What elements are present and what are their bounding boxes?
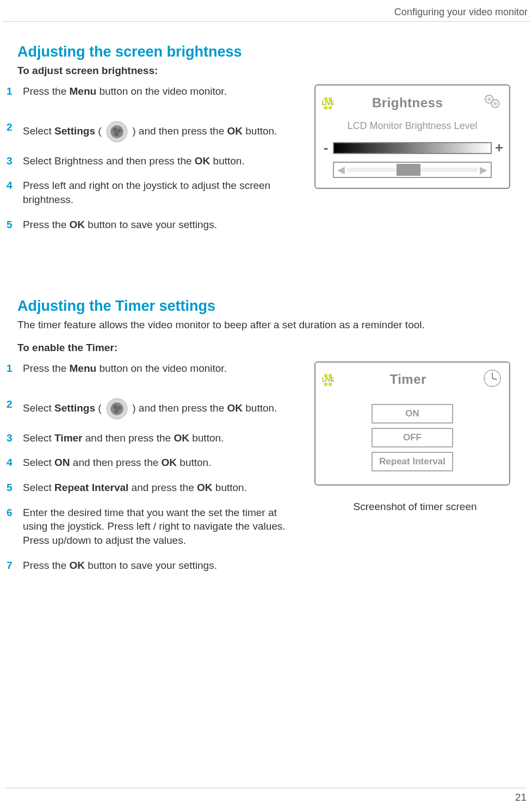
plus-icon: + (495, 139, 503, 156)
live-badge: LIVE (322, 374, 334, 385)
svg-point-2 (113, 128, 117, 132)
page-header: Configuring your video monitor (2, 0, 530, 22)
gear-icon (106, 397, 128, 420)
timer-step-2: Select Settings ( ) and then press the O… (7, 393, 304, 427)
page-number: 21 (515, 791, 527, 803)
timer-option-on: ON (372, 404, 453, 424)
timer-step-1: Press the Menu button on the video monit… (7, 357, 304, 382)
slider-thumb (397, 164, 420, 176)
timer-caption: Screenshot of timer screen (314, 501, 516, 513)
screenshot-title: Timer (389, 372, 426, 387)
arrow-left-icon: ◀ (337, 164, 345, 176)
svg-point-12 (117, 406, 121, 410)
brightness-step-2: Select Settings ( ) and then press the O… (7, 116, 304, 150)
gear-icon (106, 120, 128, 143)
arrow-right-icon: ▶ (480, 164, 487, 176)
timer-step-5: Select Repeat Interval and press the OK … (7, 476, 304, 501)
svg-point-1 (110, 125, 123, 138)
clock-icon (482, 368, 503, 391)
svg-point-4 (114, 132, 119, 136)
svg-point-13 (114, 409, 119, 413)
brightness-step-5: Press the OK button to save your setting… (7, 213, 304, 238)
live-badge: LIVE (322, 97, 334, 109)
brightness-step-3: Select Brightness and then press the OK … (7, 150, 304, 175)
minus-icon: - (322, 139, 330, 156)
svg-point-7 (487, 97, 491, 101)
brightness-subtitle: To adjust screen brightness: (17, 65, 516, 77)
brightness-step-4: Press left and right on the joystick to … (7, 174, 304, 213)
screenshot-subtitle: LCD Monitor Brightness Level (322, 120, 503, 132)
timer-step-3: Select Timer and then press the OK butto… (7, 427, 304, 452)
timer-subtitle: To enable the Timer: (17, 342, 516, 354)
timer-intro: The timer feature allows the video monit… (17, 319, 516, 331)
section-timer-title: Adjusting the Timer settings (17, 298, 516, 315)
screenshot-title: Brightness (372, 95, 443, 111)
section-brightness-title: Adjusting the screen brightness (17, 44, 516, 60)
svg-point-11 (113, 405, 117, 409)
timer-step-7: Press the OK button to save your setting… (7, 554, 304, 579)
timer-steps: Press the Menu button on the video monit… (7, 357, 304, 579)
brightness-steps: Press the Menu button on the video monit… (7, 80, 304, 238)
brightness-slider: ◀ ▶ (322, 162, 503, 178)
brightness-screenshot: LIVE Brightness LCD Monitor Brightness L… (314, 84, 510, 189)
brightness-gradient-bar: - + (322, 139, 503, 156)
timer-option-repeat: Repeat Interval (372, 452, 453, 471)
brightness-step-1: Press the Menu button on the video monit… (7, 80, 304, 105)
timer-step-4: Select ON and then press the OK button. (7, 451, 304, 476)
page-content: Adjusting the screen brightness To adjus… (0, 44, 532, 579)
timer-screenshot: LIVE Timer ON OFF Repeat Interval (314, 361, 510, 486)
gear-icon (481, 91, 503, 115)
svg-point-10 (110, 402, 123, 415)
timer-option-off: OFF (372, 428, 453, 447)
page-footer: 21 (5, 788, 527, 803)
timer-step-6: Enter the desired time that you want the… (7, 501, 304, 554)
svg-point-3 (117, 128, 121, 133)
svg-point-8 (493, 102, 497, 105)
